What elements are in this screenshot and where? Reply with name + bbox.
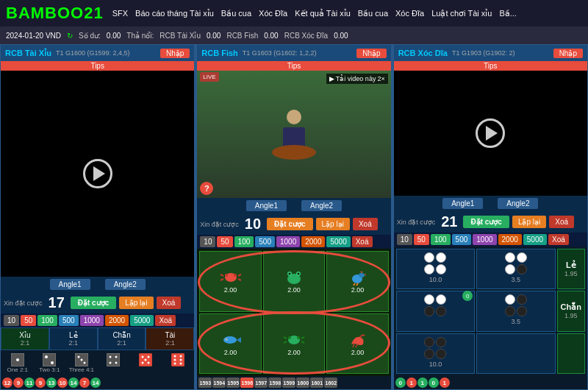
nav-xocdia1[interactable]: Xóc Đĩa — [259, 9, 287, 18]
xocdia-nhap-btn[interactable]: Nhập — [553, 49, 583, 58]
fish-chip-1000[interactable]: 1000 — [276, 236, 300, 247]
xocdia-chip-5000[interactable]: 5000 — [523, 234, 547, 245]
fish-cell-crab[interactable]: 2.00 — [199, 251, 261, 312]
xocdia-angle2-btn[interactable]: Angle2 — [498, 198, 538, 209]
fish-cell-crab2[interactable]: 2.00 — [263, 313, 325, 375]
xocdia-chip-10[interactable]: 10 — [397, 234, 412, 245]
taixiu-nhap-btn[interactable]: Nhập — [160, 49, 190, 58]
fish-angle2-btn[interactable]: Angle2 — [301, 200, 342, 211]
fish-chip-5000[interactable]: 5000 — [326, 236, 350, 247]
xocdia-chan-cell[interactable]: Chẵn 1.95 — [557, 291, 585, 331]
xocdia-chip-50[interactable]: 50 — [414, 234, 429, 245]
xocdia-angle1-btn[interactable]: Angle1 — [442, 198, 483, 209]
fish-chip-50[interactable]: 50 — [217, 236, 232, 247]
xocdia-chip-100[interactable]: 100 — [431, 234, 451, 245]
taixiu-chip-50[interactable]: 50 — [21, 315, 36, 326]
taixiu-chip-5000[interactable]: 5000 — [130, 315, 154, 326]
xocdia-chip-xoa[interactable]: Xoá — [548, 234, 569, 245]
xocdia-4black[interactable]: 10.0 — [396, 333, 475, 374]
fish-chip-100[interactable]: 100 — [234, 236, 254, 247]
nav-baucua1[interactable]: Bầu cua — [221, 9, 251, 18]
fish-num-1596: 1596 — [240, 377, 254, 388]
fish-xoa-btn[interactable]: Xoá — [353, 218, 378, 230]
svg-point-6 — [77, 356, 79, 358]
taixiu-num-10: 10 — [57, 377, 68, 388]
taixiu-play-btn[interactable] — [83, 159, 112, 188]
fish-cell-shrimp[interactable]: 2.00 — [326, 313, 388, 375]
fish-cell1-amount: 2.00 — [224, 286, 237, 294]
taixiu-chip-100[interactable]: 100 — [37, 315, 57, 326]
dice3-icon — [75, 353, 88, 366]
fish-laplai-btn[interactable]: Lặp lại — [316, 218, 350, 230]
nav-xocdia2[interactable]: Xóc Đĩa — [395, 9, 424, 18]
fish-angle1-btn[interactable]: Angle1 — [246, 200, 287, 211]
fish-datcuoc-btn[interactable]: Đặt cược — [267, 218, 312, 230]
nav-baucua2[interactable]: Bầu cua — [358, 9, 388, 18]
fish-cell-rooster[interactable]: 2.00 — [326, 251, 388, 312]
taixiu-dice1[interactable]: One 2:1 — [2, 353, 33, 373]
taixiu-info: T1 G1600 (G1599: 2,4,5) — [56, 49, 130, 57]
taixiu-datcuoc-btn[interactable]: Đặt cược — [71, 297, 116, 309]
taixiu-chip-10[interactable]: 10 — [4, 315, 19, 326]
taixiu-dice3[interactable]: Three 4:1 — [66, 353, 97, 373]
fish-cell3-amount: 2.00 — [351, 286, 365, 294]
fish-chip-500[interactable]: 500 — [255, 236, 275, 247]
fish-chip-row: 10 50 100 500 1000 2000 5000 Xoá — [197, 235, 390, 249]
nav-luatchoi[interactable]: Luật chơi Tài xỉu — [431, 9, 492, 18]
taixiu-dice2[interactable]: Two 3:1 — [35, 353, 65, 373]
nav-sfx[interactable]: SFX — [112, 9, 128, 18]
xocdia-xoa-btn[interactable]: Xoá — [549, 216, 574, 228]
svg-point-10 — [110, 356, 112, 358]
nav-ketqua[interactable]: Kết quả Tài xỉu — [295, 9, 351, 18]
taixiu-chip-2000[interactable]: 2000 — [105, 315, 129, 326]
taixiu-chan-cell[interactable]: Chẵn 2:1 — [98, 327, 146, 350]
fish-grid: 2.00 2.00 — [197, 249, 390, 376]
taixiu-panel: RCB Tài Xỉu T1 G1600 (G1599: 2,4,5) Nhập… — [0, 44, 195, 390]
taixiu-laplai-btn[interactable]: Lặp lại — [119, 297, 153, 309]
xocdia-1w3b[interactable]: 3.5 — [476, 291, 555, 331]
fish-chip-2000[interactable]: 2000 — [301, 236, 325, 247]
xocdia-chip-500[interactable]: 500 — [452, 234, 472, 245]
taixiu-xiu-cell[interactable]: Xỉu 2:1 — [1, 327, 49, 350]
logo[interactable]: BAMBOO21 — [6, 4, 104, 23]
taixiu-angle1-btn[interactable]: Angle1 — [50, 279, 90, 290]
taixiu-tai-cell[interactable]: Tài 2:1 — [146, 327, 194, 350]
xocdia-chip-1000[interactable]: 1000 — [473, 234, 496, 245]
fish-cell-frog[interactable]: 2.00 — [263, 251, 325, 312]
nav-baocao[interactable]: Báo cáo tháng Tài xỉu — [135, 9, 214, 18]
taixiu-le-cell[interactable]: Lẻ 2:1 — [49, 327, 98, 350]
taixiu-chan-label: Chẵn — [112, 331, 130, 339]
taixiu-chip-500[interactable]: 500 — [59, 315, 79, 326]
xocdia-le-cell[interactable]: Lẻ 1.95 — [557, 249, 585, 289]
taixiu-dice4[interactable] — [98, 353, 129, 373]
shrimp-icon — [345, 331, 369, 349]
fish-bet-label: Xin đặt cược — [200, 221, 239, 228]
xocdia-datcuoc-btn[interactable]: Đặt cược — [463, 216, 509, 228]
fish-bet-row: Xin đặt cược 10 Đặt cược Lặp lại Xoá — [197, 213, 390, 235]
taixiu-xoa-btn[interactable]: Xoá — [157, 297, 182, 309]
fish-chip-10[interactable]: 10 — [200, 236, 215, 247]
xocdia-chip-2000[interactable]: 2000 — [498, 234, 522, 245]
fish-video-overlay[interactable]: ▶ Tải video này 2× — [326, 74, 388, 84]
fish-cell-fish[interactable]: 2.00 — [199, 313, 261, 375]
xocdia-play-btn[interactable] — [476, 118, 505, 148]
xocdia-2w2b[interactable]: 0 — [396, 291, 475, 331]
svg-line-33 — [238, 279, 241, 280]
taixiu-chip-1000[interactable]: 1000 — [80, 315, 104, 326]
taixiu-dice6[interactable] — [162, 353, 193, 373]
refresh-icon[interactable]: ↻ — [67, 32, 73, 40]
taixiu-angle2-btn[interactable]: Angle2 — [105, 279, 146, 290]
xocdia-3white1black[interactable]: 3.5 — [476, 249, 555, 289]
xocdia-le-label: Lẻ — [566, 260, 576, 270]
taixiu-dice5[interactable] — [130, 353, 161, 373]
nav-more[interactable]: Bầ... — [499, 9, 517, 18]
fish-bottom-nums: 1593 1594 1595 1596 1597 1598 1599 1600 … — [197, 376, 390, 389]
xocdia-num-1a: 1 — [406, 377, 417, 388]
xocdia-laplai-btn[interactable]: Lặp lại — [512, 216, 546, 228]
fish-nhap-btn[interactable]: Nhập — [356, 49, 386, 58]
xocdia-info: T1 G1903 (G1902: 2) — [452, 49, 515, 57]
fish-cell4-amount: 2.00 — [224, 349, 237, 356]
fish-chip-xoa[interactable]: Xoá — [352, 236, 373, 247]
xocdia-4white[interactable]: 10.0 — [396, 249, 475, 289]
taixiu-chip-xoa[interactable]: Xoá — [155, 315, 176, 326]
